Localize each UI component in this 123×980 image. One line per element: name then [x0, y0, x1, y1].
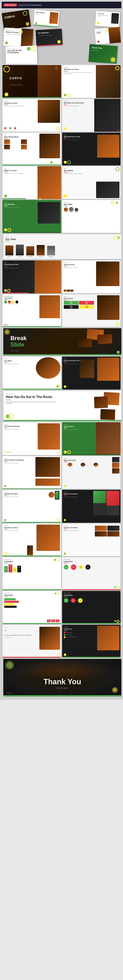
slide-how-to-eat-2: Guide How You Do Eat in The Resto Lorem … [62, 356, 121, 390]
slide-our-menu: Menu Our Menu Lorem ipsum dolor sit amet… [3, 356, 61, 390]
scatter-slide-2: Best Selling Menu [34, 10, 60, 27]
slide-infographic-3: Infographic Infographic A B C D [3, 591, 61, 624]
whatis-body: Lorem ipsum dolor sit amet, consectetur … [4, 173, 34, 174]
scatter-slide-7: Our Presentation How You Do Eatin The Re… [5, 45, 37, 64]
slide-row-1: CORYO Food Presentation Template Welcome… [2, 65, 121, 99]
slide-how-to-eat-wide: Our Presentation How You Do Eat in The R… [3, 391, 121, 421]
slide-quote: Quote " Food is not just eating energy. … [3, 625, 61, 658]
intro-menu-1-body: Lorem ipsum dolor sit amet consectetur. [4, 496, 34, 498]
intro-menu-2-body: Lorem ipsum dolor sit amet consectetur. [64, 496, 94, 498]
slide-welcome: Welcome Welcome to Coryo Lorem ipsum dol… [62, 65, 121, 98]
menu-coryo-label: Menu [64, 458, 119, 459]
contact-email: hello@coryo.com [66, 632, 73, 633]
slide-row-2: Our Story History of Coryo Lorem ipsum d… [2, 99, 121, 132]
slide-infographic-2: Infographic Infographic 01 02 03 04 [62, 557, 121, 590]
slide-infographic-1: Infographic Infographic 01 02 03 04 [3, 557, 61, 590]
menu-coryo-title: Menu Of Coryo [64, 459, 119, 461]
slide-best-selling: Menu Best Selling Menu [3, 133, 61, 165]
slide-row-17: Infographic Infographic A B C D [2, 590, 121, 624]
slide-menu-of-coryo: Menu Menu Of Coryo Item 1 Item 2 It [62, 456, 121, 489]
thankyou-slide-wrapper: Thank You See you again! CORYO [2, 658, 121, 698]
about-svc-body: Lorem ipsum dolor sit amet consectetur. [64, 267, 94, 268]
prof-chef-label: Staff [4, 262, 6, 263]
slide-row-5: Mission Our Mission Lorem ipsum dolor si… [2, 200, 121, 233]
infographic-2-label: Infographic [64, 559, 119, 560]
slide-row-7: Staff Professional Chef Lorem ipsum dolo… [2, 260, 121, 294]
slide-row-3: Menu Best Selling Menu Guide What Must E… [2, 132, 121, 166]
infographic-4-label: Infographic [64, 593, 119, 594]
infographic-3-title: Infographic [4, 594, 59, 596]
prof-chef-body: Lorem ipsum dolor sit amet consectetur. [4, 267, 19, 269]
scatter-slide-5: Our Mission Lorem ipsum dolor sit amet c… [36, 29, 62, 46]
slide-row-16: Infographic Infographic 01 02 03 04 [2, 557, 121, 590]
slide-our-vision: Vision Our Vision Lorem ipsum dolor sit … [62, 166, 121, 199]
break-subtitle: Take a moment [10, 350, 19, 352]
our-menu-body: Lorem ipsum dolor sit amet consectetur. [4, 363, 34, 364]
slide-best-food-review: Review The Best Food Review Lorem ipsum … [3, 422, 61, 455]
slide-row-11-wrapper: Our Presentation How You Do Eat in The R… [2, 390, 121, 422]
vision-title: Our Vision [64, 170, 119, 172]
cover-tagline: Food Presentation Template [10, 84, 22, 86]
slide-row-8: +Good Service Our Service Fast Fresh [2, 294, 121, 328]
what-eat-title: What Must Eat In Coryo [64, 136, 94, 138]
infographic-4-title: Infographic [64, 594, 119, 596]
slide-when: Timeline When Was The Coryo Invited Lore… [62, 99, 121, 132]
keynote-badge: KEYNOTE [4, 3, 17, 6]
slide-our-service: Service Our Service [62, 294, 121, 327]
infographic-3-label: Infographic [4, 593, 59, 594]
slide-cover: CORYO Food Presentation Template [3, 65, 61, 98]
scatter-slide-8: Thank You See you again! [88, 44, 118, 64]
how-wide-title: How You Do Eat in The Resto [6, 395, 57, 399]
slide-row-4: About What Is a Coryo Lorem ipsum dolor … [2, 166, 121, 200]
team2-title: Our Team [5, 238, 119, 240]
slide-food-review-2: Review How Do I Write A Food Review Lore… [3, 456, 61, 489]
contact-phone: +1 234 567 890 [66, 634, 72, 635]
food-review-2-title: How Do I Write A Food Review [4, 459, 32, 461]
slide-prof-chef: Staff Professional Chef Lorem ipsum dolo… [3, 261, 61, 293]
top-bar: KEYNOTE Coryo Food Presentation [2, 2, 121, 8]
best-food-title: The Best Food Review [4, 426, 37, 427]
cover-brand: CORYO [10, 76, 22, 80]
slide-row-18: Quote " Food is not just eating energy. … [2, 624, 121, 658]
slide-introduce-menu-3: Introduce Introduce Our Menu Lorem ipsum… [3, 523, 61, 557]
slide-what-must-eat: Guide What Must Eat In Coryo Lorem ipsum… [62, 133, 121, 165]
vision-label: Vision [64, 168, 119, 169]
scatter-slide-1: CORYO Restaurant Template [2, 10, 31, 30]
contact-address: 123 Food Street, Resto City [66, 636, 76, 638]
welcome-body: Lorem ipsum dolor sit amet, consectetur … [64, 72, 94, 74]
when-title: When Was The Coryo Invited [64, 102, 91, 104]
intro-menu-3-body: Lorem ipsum dolor sit amet consectetur. [4, 530, 34, 531]
slide-our-team-1: People Our Team Chef 1 Chef 2 Chef [62, 200, 121, 233]
slide-row-15: Introduce Introduce Our Menu Lorem ipsum… [2, 523, 121, 557]
best-food-body: Lorem ipsum dolor sit amet consectetur. [4, 429, 34, 430]
scattered-area: CORYO Restaurant Template Best Selling M… [2, 10, 121, 64]
special-menu-body: Lorem ipsum dolor sit amet consectetur. [64, 429, 94, 430]
what-eat-body: Lorem ipsum dolor sit amet consectetur. [64, 139, 94, 140]
scatter-slide-6: Professional Chef [95, 27, 121, 45]
infographic-2-title: Infographic [64, 560, 119, 562]
slide-special-menu: Featured Special Menu Lorem ipsum dolor … [62, 422, 121, 455]
slide-row-10: Menu Our Menu Lorem ipsum dolor sit amet… [2, 356, 121, 390]
thankyou-title: Thank You [43, 678, 81, 686]
slide-introduce-menu-2: Introduce Introduce Our Menu Lorem ipsum… [62, 490, 121, 523]
slide-break: BreakSlide Take a moment [3, 328, 121, 355]
slide-infographic-4: Infographic Infographic 01 02 03 [62, 591, 121, 624]
slide-history: Our Story History of Coryo Lorem ipsum d… [3, 99, 61, 132]
break-slide-wrapper: BreakSlide Take a moment [2, 327, 121, 356]
break-title: BreakSlide [10, 335, 27, 348]
slide-contact: Contact us Contact us hello@coryo.com +1… [62, 625, 121, 658]
history-body: Lorem ipsum dolor sit amet, consectetur … [4, 105, 37, 107]
infographic-1-title: Infographic [4, 560, 59, 562]
slide-row-13: Review How Do I Write A Food Review Lore… [2, 456, 121, 489]
slide-good-service: +Good Service Our Service Fast Fresh [3, 294, 61, 327]
page-wrapper: KEYNOTE Coryo Food Presentation CORYO Re… [0, 0, 123, 700]
thankyou-subtitle: See you again! [43, 687, 81, 689]
when-body: Lorem ipsum dolor sit amet consectetur. [64, 105, 91, 107]
slide-introduce-menu-1: Introduce Introduce Our Menu Lorem ipsum… [3, 490, 61, 523]
slide-row-14: Introduce Introduce Our Menu Lorem ipsum… [2, 489, 121, 523]
app-title: Coryo Food Presentation [19, 4, 42, 6]
team1-title: Our Team [64, 203, 119, 205]
slide-thank-you: Thank You See you again! CORYO [3, 659, 121, 697]
scatter-slide-4: Our Story History of Coryo Lorem ipsum d… [3, 27, 34, 47]
scatter-slide-3: Our Vision Lorem ipsum dolor sit amet co… [95, 11, 120, 27]
